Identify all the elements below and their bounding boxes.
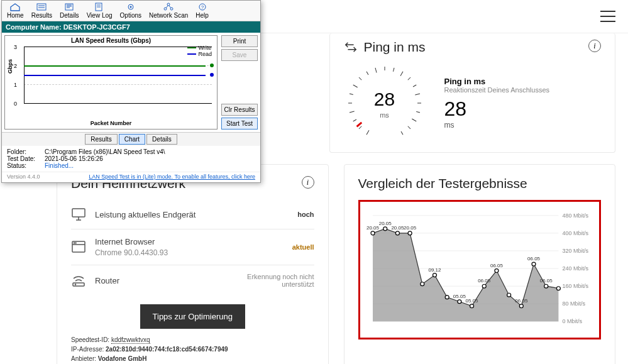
lan-info: Folder:C:\Program Files (x86)\LAN Speed … xyxy=(2,146,260,172)
ping-value-unit: ms xyxy=(444,121,550,130)
ping-label: Ping in ms xyxy=(444,77,550,86)
lan-tabs: Results Chart Details xyxy=(2,132,260,146)
lite-mode-link[interactable]: LAN Speed Test is in (Lite) mode. To ena… xyxy=(89,174,255,180)
device-value: hoch xyxy=(297,211,314,218)
svg-point-50 xyxy=(420,282,424,286)
svg-line-19 xyxy=(407,126,410,129)
lan-chart-area xyxy=(24,47,212,109)
svg-point-60 xyxy=(494,269,498,273)
home-icon xyxy=(9,3,21,11)
network-icon xyxy=(163,3,174,11)
browser-version: Chrome 90.0.4430.93 xyxy=(95,248,284,257)
svg-line-2 xyxy=(353,119,356,121)
svg-point-65 xyxy=(532,262,536,266)
svg-text:20.05: 20.05 xyxy=(366,225,380,231)
menu-details[interactable]: Details xyxy=(56,1,83,21)
svg-point-54 xyxy=(457,300,461,304)
svg-point-46 xyxy=(395,231,399,235)
svg-line-18 xyxy=(412,119,416,121)
svg-line-6 xyxy=(353,85,357,87)
svg-point-67 xyxy=(544,284,548,288)
comparison-title: Vergleich der Testergebnisse xyxy=(358,176,527,191)
start-test-button[interactable]: Start Test xyxy=(221,118,258,130)
gauge-unit: ms xyxy=(344,111,426,119)
tab-details[interactable]: Details xyxy=(146,134,177,145)
svg-point-42 xyxy=(371,231,375,235)
svg-text:80 Mbit/s: 80 Mbit/s xyxy=(562,301,585,307)
svg-point-53 xyxy=(445,295,449,299)
clear-results-button[interactable]: Clr Results xyxy=(221,104,258,116)
home-network-card: Dein Heimnetzwerk i Leistung aktuelles E… xyxy=(57,164,329,364)
svg-point-62 xyxy=(507,293,510,297)
svg-text:06.05: 06.05 xyxy=(527,256,541,262)
svg-text:0 Mbit/s: 0 Mbit/s xyxy=(562,318,582,324)
comparison-chart: 0 Mbit/s80 Mbit/s160 Mbit/s240 Mbit/s320… xyxy=(358,200,602,339)
svg-line-11 xyxy=(393,68,394,72)
svg-point-44 xyxy=(383,227,387,231)
monitor-icon xyxy=(71,207,86,221)
lan-chart-legend: Write Read xyxy=(187,45,212,57)
gauge-value: 28 xyxy=(344,89,426,110)
browser-icon xyxy=(71,240,86,254)
svg-text:20.05: 20.05 xyxy=(391,225,404,231)
svg-text:20.05: 20.05 xyxy=(378,221,392,226)
menu-hamburger-icon[interactable] xyxy=(600,11,615,22)
svg-line-1 xyxy=(358,126,361,129)
router-label: Router xyxy=(95,276,238,285)
svg-text:400 Mbit/s: 400 Mbit/s xyxy=(562,230,588,236)
version-label: Version 4.4.0 xyxy=(7,174,40,180)
svg-point-51 xyxy=(432,273,436,277)
svg-line-20 xyxy=(401,131,403,135)
svg-text:09.12: 09.12 xyxy=(428,267,441,273)
svg-text:06.05: 06.05 xyxy=(478,278,491,284)
details-icon xyxy=(63,3,75,11)
tab-chart[interactable]: Chart xyxy=(119,134,145,145)
svg-point-58 xyxy=(482,284,486,288)
svg-line-8 xyxy=(366,72,368,75)
svg-text:20.05: 20.05 xyxy=(404,225,417,231)
svg-text:05.05: 05.05 xyxy=(453,294,466,299)
svg-point-84 xyxy=(167,3,170,6)
gear-icon xyxy=(125,3,136,11)
menu-results[interactable]: Results xyxy=(28,1,56,21)
svg-point-48 xyxy=(408,231,412,235)
row-2: Dein Heimnetzwerk i Leistung aktuelles E… xyxy=(57,164,615,364)
menu-viewlog[interactable]: View Log xyxy=(83,1,116,21)
lan-menubar: Home Results Details View Log Options Ne… xyxy=(2,1,260,21)
svg-line-12 xyxy=(400,72,403,76)
speedtest-meta: Speedtest-ID: kddfzwwktvxq IP-Adresse: 2… xyxy=(71,335,314,363)
router-icon xyxy=(71,273,86,287)
menu-network-scan[interactable]: Network Scan xyxy=(145,1,192,21)
info-icon[interactable]: i xyxy=(302,176,314,189)
swap-icon xyxy=(344,40,358,54)
svg-point-69 xyxy=(556,287,560,290)
list-icon xyxy=(36,3,47,11)
svg-text:?: ? xyxy=(201,4,204,10)
menu-options[interactable]: Options xyxy=(116,1,145,21)
router-value: Erkennung noch nicht unterstützt xyxy=(247,273,314,288)
lan-write-line xyxy=(24,65,206,67)
save-button[interactable]: Save xyxy=(221,49,258,61)
tab-results[interactable]: Results xyxy=(85,134,117,145)
ping-sublabel: Reaktionszeit Deines Anschlusses xyxy=(444,86,550,94)
lan-chart-title: LAN Speed Results (Gbps) xyxy=(5,36,217,45)
svg-line-14 xyxy=(413,85,416,87)
optimization-tips-button[interactable]: Tipps zur Optimierung xyxy=(140,304,245,329)
svg-point-81 xyxy=(129,6,131,8)
ping-card: Ping in ms i xyxy=(329,33,616,153)
lan-ylabel: Gbps xyxy=(7,59,13,74)
menu-help[interactable]: ?Help xyxy=(192,1,212,21)
menu-home[interactable]: Home xyxy=(3,1,28,21)
speedtest-id[interactable]: kddfzwwktvxq xyxy=(111,336,150,344)
info-icon[interactable]: i xyxy=(588,40,601,52)
svg-text:240 Mbit/s: 240 Mbit/s xyxy=(562,265,588,272)
router-row: Router Erkennung noch nicht unterstützt xyxy=(71,265,314,295)
browser-row: Internet Browser Chrome 90.0.4430.93 akt… xyxy=(71,229,314,265)
device-label: Leistung aktuelles Endgerät xyxy=(95,210,289,219)
gauge-needle xyxy=(356,123,361,126)
log-icon xyxy=(94,3,105,11)
device-row: Leistung aktuelles Endgerät hoch xyxy=(71,200,314,229)
svg-text:05.05: 05.05 xyxy=(465,298,478,304)
print-button[interactable]: Print xyxy=(221,35,258,47)
browser-value: aktuell xyxy=(292,243,314,251)
